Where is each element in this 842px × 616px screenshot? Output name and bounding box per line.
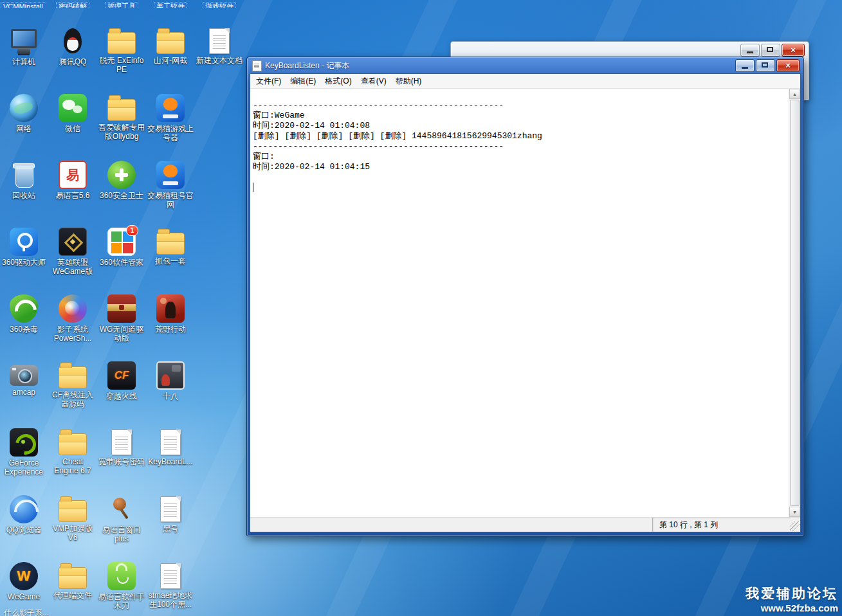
scrollbar-thumb[interactable] <box>790 100 800 506</box>
desktop-icon-tradecat-rental-site[interactable]: 交易猫租号官 网 <box>147 161 194 209</box>
desktop-icon-geforce-experience[interactable]: GeForce Experience <box>1 428 47 476</box>
desktop-icon-proxy-files[interactable]: 代理端文件 <box>50 562 96 600</box>
qq-icon <box>59 27 87 55</box>
icon-glyph: W <box>10 562 38 590</box>
watermark-line2: www.52fzba.com <box>746 602 838 613</box>
desktop-icon-cf-offline-injector-src[interactable]: CF离线注入 器源码 <box>50 361 96 408</box>
desktop-icon-elang-soft-knife[interactable]: 易语言软件手 木刀 <box>98 562 145 610</box>
desktop-icon-unpack-exeinfo-pe[interactable]: 脱壳 ExEinfo PE <box>98 27 145 74</box>
icon-label: GeForce Experience <box>1 458 47 476</box>
text-line: 窗口: <box>253 152 789 162</box>
drive360-icon <box>10 228 38 256</box>
icon-label: 十八 <box>147 392 194 401</box>
menu-bar: 文件(F)编辑(E)格式(O)查看(V)帮助(H) <box>250 74 800 89</box>
desktop-icon-ollydbg-52pojie[interactable]: 吾爱破解专用 版Ollydbg <box>98 94 145 141</box>
desktop-icon-wegame[interactable]: WWeGame <box>1 562 47 601</box>
icon-label: CF离线注入 器源码 <box>50 390 96 408</box>
desktop-icon-stmae-pubg-accounts[interactable]: stmae绝地求 生100个黑... <box>147 562 194 609</box>
scroll-up-button[interactable]: ▲ <box>789 89 800 99</box>
desktop-icon-tradecat-login-tool[interactable]: 交易猫游戏上 号器 <box>147 94 194 142</box>
icon-label: stmae绝地求 生100个黑... <box>147 591 194 609</box>
icon-label: 360驱动大师 <box>1 258 47 267</box>
desktop-icon-shanhe-netcut[interactable]: 山河-网截 <box>147 27 194 65</box>
photo-icon <box>156 361 185 390</box>
icon-label: 微信 <box>50 124 96 133</box>
doc-icon <box>160 496 181 522</box>
desktop-icon-tencent-qq[interactable]: 腾讯QQ <box>50 27 96 66</box>
desktop-icon-amcap[interactable]: amcap <box>1 361 47 397</box>
notepad-client-area: 文件(F)编辑(E)格式(O)查看(V)帮助(H) --------------… <box>250 73 801 532</box>
watermark: 我爱辅助论坛 www.52fzba.com <box>746 584 838 613</box>
folder-icon <box>59 567 87 589</box>
desktop-icon-wg-driver[interactable]: WG无间道驱 动版 <box>98 294 145 343</box>
edit-area-wrapper: ----------------------------------------… <box>250 89 800 518</box>
text-area[interactable]: ----------------------------------------… <box>250 89 789 517</box>
desktop-icon-elang-window-plus[interactable]: 易语言窗口 plus <box>98 495 145 543</box>
close-button[interactable]: × <box>776 59 800 72</box>
resize-grip[interactable] <box>790 521 800 531</box>
maximize-icon <box>767 47 773 52</box>
icon-label: 黑号 <box>147 524 194 533</box>
icon-label: 易语言软件手 木刀 <box>98 592 145 610</box>
cursor-position: 第 10 行 , 第 1 列 <box>659 520 718 530</box>
menu-item-1[interactable]: 编辑(E) <box>286 74 320 89</box>
menu-item-4[interactable]: 帮助(H) <box>391 74 426 89</box>
icon-label: 360杀毒 <box>1 325 47 334</box>
text-line: [删除] [删除] [删除] [删除] [删除] 144589641815629… <box>253 131 789 141</box>
desktop-icon-360-software-manager[interactable]: 1360软件管家 <box>98 228 145 267</box>
desktop-icon-360-drive-master[interactable]: 360驱动大师 <box>1 228 47 267</box>
desktop-icon-vmp-v6[interactable]: VMP加强版 V6 <box>50 495 96 542</box>
partial-label-text: 美工软件 <box>154 2 187 8</box>
status-panel: 第 10 行 , 第 1 列 <box>652 518 790 532</box>
desktop-icon-new-text-doc[interactable]: 新建文本文档 <box>196 27 243 65</box>
scroll-down-button[interactable]: ▼ <box>789 507 800 517</box>
text-line <box>253 172 789 183</box>
close-icon: × <box>785 60 791 71</box>
minimize-button[interactable] <box>735 59 755 72</box>
doc-icon <box>111 430 132 455</box>
doc-icon <box>160 430 181 455</box>
partial-label-text: 管理工具 <box>105 2 138 8</box>
wegame-icon: W <box>10 562 38 590</box>
cf-icon: CF <box>107 361 136 390</box>
wgbox-icon <box>107 294 136 323</box>
icon-label: 360安全卫士 <box>98 191 145 200</box>
desktop-icon-crossfire[interactable]: CF穿越火线 <box>98 361 145 401</box>
desktop-icon-recycle-bin[interactable]: 回收站 <box>1 161 47 200</box>
desktop-icon-lol-wegame[interactable]: 英雄联盟 WeGame版 <box>50 228 96 276</box>
desktop-icon-eighteen[interactable]: 十八 <box>147 361 194 401</box>
desktop-icon-elang-56[interactable]: 易易语言5.6 <box>50 161 96 200</box>
menu-item-0[interactable]: 文件(F) <box>252 74 286 89</box>
desktop-icon-wechat[interactable]: 微信 <box>50 94 96 133</box>
desktop-icon-knives-out[interactable]: 荒野行动 <box>147 294 194 334</box>
bg-minimize-button[interactable] <box>740 44 760 57</box>
titlebar[interactable]: KeyBoardListen - 记事本 × <box>250 57 801 73</box>
desktop-icon-qq-browser[interactable]: QQ浏览器 <box>1 495 47 534</box>
icon-label: 代理端文件 <box>50 591 96 600</box>
partial-icon-label-top: 美工软件 <box>147 0 194 8</box>
desktop-icon-360-safe-guard[interactable]: 360安全卫士 <box>98 161 145 200</box>
vertical-scrollbar[interactable]: ▲ ▼ <box>789 89 800 517</box>
menu-item-2[interactable]: 格式(O) <box>320 74 356 89</box>
menu-item-3[interactable]: 查看(V) <box>356 74 391 89</box>
partial-icon-label-top: 管理工具 <box>98 0 145 8</box>
desktop-icon-360-antivirus[interactable]: 360杀毒 <box>1 294 47 334</box>
maximize-button[interactable] <box>756 59 775 72</box>
desktop-icon-shadow-system-powersh[interactable]: 影子系统 PowerSh... <box>50 294 96 343</box>
desktop-icon-keyboardlisten-doc[interactable]: KeyBoardL... <box>147 428 194 466</box>
desktop-icon-network[interactable]: 网络 <box>1 94 47 133</box>
icon-label: 易语言窗口 plus <box>98 525 145 543</box>
bg-close-button[interactable]: × <box>782 44 805 57</box>
scrollbar-track[interactable] <box>789 99 800 507</box>
partial-label-text: 密码破解 <box>56 2 89 8</box>
icon-label: 交易猫游戏上 号器 <box>147 124 194 142</box>
watermark-line1: 我爱辅助论坛 <box>746 584 838 602</box>
icon-label: 脱壳 ExEinfo PE <box>98 56 145 74</box>
desktop-icon-cheat-engine-67[interactable]: Cheat Engine 6.7 <box>50 428 96 475</box>
minimize-icon <box>742 67 748 69</box>
desktop-icon-broadband-account[interactable]: 宽带账号密码 <box>98 428 145 466</box>
desktop-icon-packet-capture-kit[interactable]: 抓包一套 <box>147 228 194 266</box>
bg-maximize-button[interactable] <box>761 44 780 57</box>
desktop-icon-black-account[interactable]: 黑号 <box>147 495 194 533</box>
desktop-icon-computer[interactable]: 计算机 <box>1 27 47 66</box>
